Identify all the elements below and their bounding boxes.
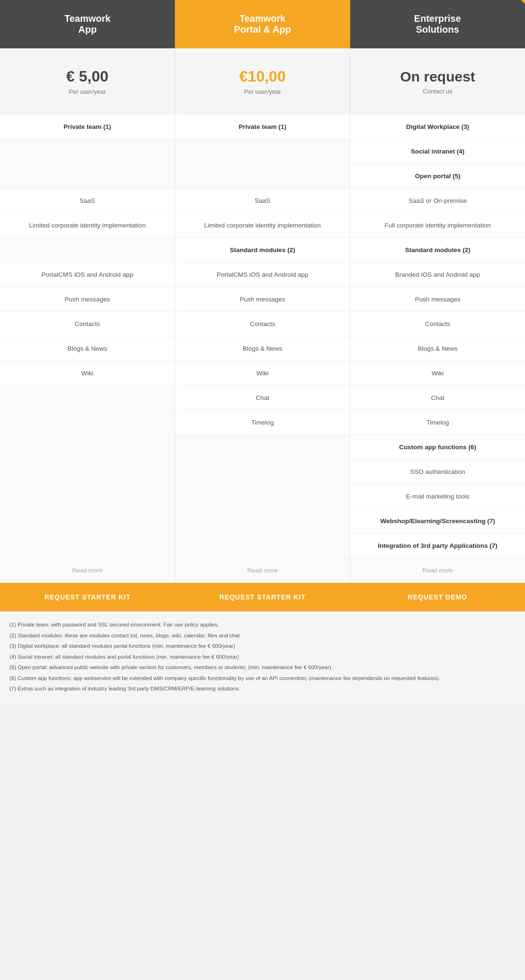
feature-2-13 (175, 435, 350, 460)
price-cell-2: €10,00 Per user/year (175, 48, 351, 115)
header-teamwork-portal: TeamworkPortal & App (175, 0, 350, 48)
feature-1-14 (0, 460, 175, 484)
feature-1-0: Private team (1) (0, 115, 175, 139)
price-amount-1: € 5,00 (66, 68, 109, 85)
feature-2-5: Standard modules (2) (175, 238, 350, 263)
feature-2-17 (175, 534, 350, 558)
cta-cell-3[interactable]: REQUEST DEMO (350, 583, 525, 611)
feature-2-14 (175, 460, 350, 484)
feature-2-2 (175, 164, 350, 189)
feature-3-14: SSO authentication (350, 460, 525, 484)
feature-2-12: Timelog (175, 410, 350, 435)
feature-1-12 (0, 410, 175, 435)
feature-1-13 (0, 435, 175, 460)
feature-3-16: Webshop/Elearning/Screencasting (7) (350, 509, 525, 534)
header-row: TeamworkApp TeamworkPortal & App Enterpr… (0, 0, 525, 48)
feature-3-6: Branded iOS and Android app (350, 263, 525, 287)
price-sub-3: Contact us (423, 88, 453, 95)
request-demo-button[interactable]: REQUEST DEMO (408, 593, 468, 601)
feature-1-1 (0, 139, 175, 164)
feature-2-11: Chat (175, 386, 350, 410)
header-enterprise-label: EnterpriseSolutions (414, 13, 461, 35)
feature-2-7: Push messages (175, 287, 350, 312)
feature-1-6: PortalCMS iOS and Android app (0, 263, 175, 287)
feature-2-read-more[interactable]: Read more (175, 558, 350, 583)
footnote-7: (7) Extras such as integration of indust… (9, 684, 516, 694)
feature-1-10: Wiki (0, 361, 175, 386)
feature-1-read-more[interactable]: Read more (0, 558, 175, 583)
feature-3-17: Integration of 3rd party Applications (7… (350, 534, 525, 558)
header-enterprise: EnterpriseSolutions & Extra (350, 0, 525, 48)
feature-3-2: Open portal (5) (350, 164, 525, 189)
feature-1-16 (0, 509, 175, 534)
feature-3-4: Full corporate identity implementation (350, 213, 525, 238)
feature-1-15 (0, 484, 175, 509)
feature-2-16 (175, 509, 350, 534)
price-cell-3: On request Contact us (350, 48, 525, 115)
feature-1-8: Contacts (0, 312, 175, 336)
features-row: Private team (1) SaaS Limited corporate … (0, 115, 525, 583)
feature-3-15: E-mail marketing tools (350, 484, 525, 509)
feature-2-1 (175, 139, 350, 164)
cta-row: REQUEST STARTER KIT REQUEST STARTER KIT … (0, 583, 525, 611)
header-teamwork-app: TeamworkApp (0, 0, 175, 48)
feature-2-9: Blogs & News (175, 336, 350, 361)
feature-3-10: Wiki (350, 361, 525, 386)
features-col-3: Digital Workplace (3) Social intranet (4… (350, 115, 525, 583)
feature-1-3: SaaS (0, 189, 175, 213)
feature-3-7: Push messages (350, 287, 525, 312)
feature-3-0: Digital Workplace (3) (350, 115, 525, 139)
feature-1-17 (0, 534, 175, 558)
feature-3-13: Custom app functions (6) (350, 435, 525, 460)
price-sub-1: Per user/year (69, 88, 106, 95)
feature-2-15 (175, 484, 350, 509)
feature-3-1: Social intranet (4) (350, 139, 525, 164)
request-starter-kit-1-button[interactable]: REQUEST STARTER KIT (45, 593, 131, 601)
footnote-3: (3) Digital workplace: all standard modu… (9, 642, 516, 651)
price-sub-2: Per user/year (244, 88, 281, 95)
feature-1-4: Limited corporate identity implementatio… (0, 213, 175, 238)
feature-3-read-more[interactable]: Read more (350, 558, 525, 583)
feature-3-11: Chat (350, 386, 525, 410)
features-col-1: Private team (1) SaaS Limited corporate … (0, 115, 175, 583)
price-cell-1: € 5,00 Per user/year (0, 48, 175, 115)
price-on-request: On request (400, 69, 475, 85)
feature-2-10: Wiki (175, 361, 350, 386)
footnotes: (1) Private team: with password and SSL … (0, 611, 525, 704)
feature-3-5: Standard modules (2) (350, 238, 525, 263)
pricing-table: TeamworkApp TeamworkPortal & App Enterpr… (0, 0, 525, 704)
feature-3-12: Timelog (350, 410, 525, 435)
cta-cell-1[interactable]: REQUEST STARTER KIT (0, 583, 175, 611)
feature-1-5 (0, 238, 175, 263)
feature-3-8: Contacts (350, 312, 525, 336)
price-row: € 5,00 Per user/year €10,00 Per user/yea… (0, 48, 525, 115)
price-amount-2: €10,00 (239, 68, 286, 85)
feature-2-3: SaaS (175, 189, 350, 213)
feature-1-2 (0, 164, 175, 189)
footnote-2: (2) Standard modules: these are modules … (9, 631, 516, 641)
cta-cell-2[interactable]: REQUEST STARTER KIT (175, 583, 350, 611)
feature-1-11 (0, 386, 175, 410)
feature-2-6: PortalCMS iOS and Android app (175, 263, 350, 287)
feature-3-3: SaaS or On-premise (350, 189, 525, 213)
feature-1-7: Push messages (0, 287, 175, 312)
features-col-2: Private team (1) SaaS Limited corporate … (175, 115, 351, 583)
footnote-4: (4) Social intranet: all standard module… (9, 653, 516, 662)
feature-2-8: Contacts (175, 312, 350, 336)
feature-3-9: Blogs & News (350, 336, 525, 361)
feature-1-9: Blogs & News (0, 336, 175, 361)
header-teamwork-app-label: TeamworkApp (64, 13, 110, 35)
footnote-5: (5) Open portal: advanced public website… (9, 663, 516, 672)
header-teamwork-portal-label: TeamworkPortal & App (234, 13, 291, 35)
footnote-1: (1) Private team: with password and SSL … (9, 620, 516, 630)
request-starter-kit-2-button[interactable]: REQUEST STARTER KIT (219, 593, 306, 601)
enterprise-badge: & Extra (500, 0, 525, 6)
feature-2-4: Limited corporate identity implementatio… (175, 213, 350, 238)
footnote-6: (6) Custom app functions: app webservice… (9, 674, 516, 683)
feature-2-0: Private team (1) (175, 115, 350, 139)
